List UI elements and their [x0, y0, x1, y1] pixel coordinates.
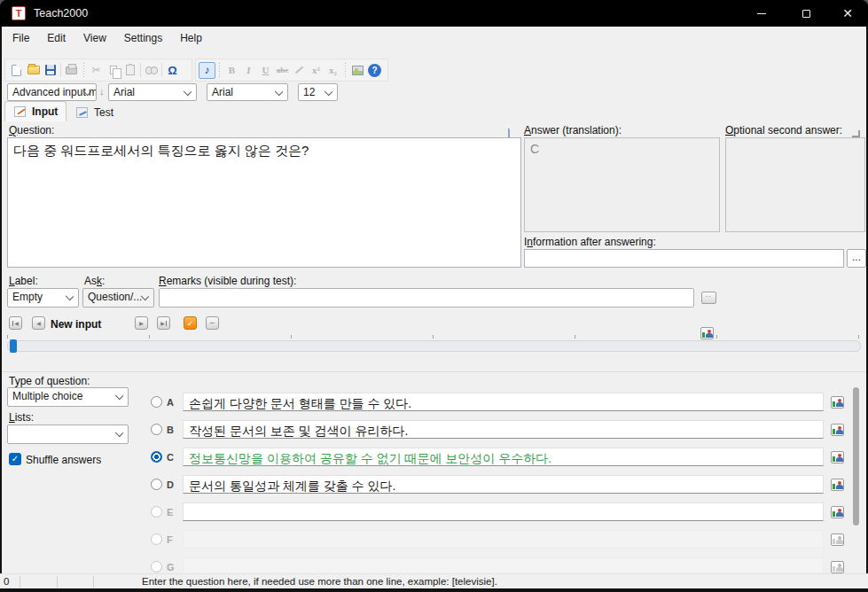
menu-help[interactable]: Help [171, 28, 211, 48]
new-file-icon [12, 65, 21, 76]
input-mode-select[interactable]: Advanced input m [7, 83, 97, 101]
insert-image-button[interactable] [349, 62, 366, 79]
nav-next-button[interactable]: ▶ [135, 316, 148, 330]
menu-view[interactable]: View [74, 28, 115, 48]
pen-icon [295, 66, 304, 74]
font-size-select[interactable]: 12 [298, 83, 338, 101]
panel-resize-icon[interactable] [852, 130, 860, 137]
nav-prev-button[interactable]: ◀ [32, 316, 45, 330]
print-button[interactable] [63, 62, 80, 79]
cut-button[interactable]: ✂ [88, 62, 105, 79]
question-textarea[interactable]: 다음 중 워드프로세서의 특징으로 옳지 않은 것은? [7, 137, 521, 268]
choice-c-radio[interactable] [151, 451, 162, 463]
choice-e-picture-button[interactable] [831, 506, 844, 518]
choices-scrollbar-thumb[interactable] [853, 387, 859, 526]
minimize-button[interactable] [741, 0, 782, 27]
menu-settings[interactable]: Settings [115, 28, 171, 48]
choice-g-picture-button [831, 561, 844, 573]
choice-d-radio[interactable] [151, 479, 162, 490]
question-label: Question: [9, 124, 54, 136]
help-button[interactable]: ? [366, 62, 383, 79]
info-after-answering-input[interactable] [524, 249, 844, 268]
ask-select[interactable]: Question/... [82, 288, 154, 308]
record-slider-handle[interactable] [10, 339, 17, 353]
special-characters-button[interactable]: Ω [164, 62, 181, 79]
label-select[interactable]: Empty [7, 288, 79, 308]
next-record-icon: ▶ [139, 320, 144, 326]
type-of-question-select[interactable]: Multiple choice [7, 387, 129, 407]
save-floppy-icon [45, 65, 56, 75]
nav-last-button[interactable]: ▶ [157, 316, 170, 330]
underline-button[interactable]: U [257, 62, 274, 79]
choice-e-radio[interactable] [151, 506, 162, 518]
italic-icon: I [246, 65, 250, 75]
question-font-select[interactable]: Arial [108, 83, 197, 101]
answer-label: Answer (translation): [524, 124, 622, 136]
choice-b-letter: B [167, 425, 179, 435]
strikethrough-button[interactable]: abc [274, 62, 291, 79]
answer-textarea[interactable]: C [524, 137, 720, 232]
label-label: Label: [9, 275, 38, 287]
record-slider-track[interactable] [7, 340, 861, 352]
choice-e-input[interactable] [183, 502, 824, 521]
menu-file[interactable]: File [4, 28, 38, 48]
copy-icon [110, 66, 117, 74]
status-divider [20, 576, 20, 588]
choice-b-input[interactable]: 작성된 문서의 보존 및 검색이 유리하다. [183, 420, 824, 439]
choice-f-picture-button [831, 534, 844, 546]
maximize-button[interactable] [786, 0, 826, 27]
copy-button[interactable] [105, 62, 121, 79]
toolbar-separator [161, 63, 162, 77]
choice-c-input[interactable]: 정보통신망을 이용하여 공유할 수 없기 때문에 보안성이 우수하다. [183, 448, 824, 466]
menu-edit[interactable]: Edit [38, 28, 74, 48]
prev-record-icon: ◀ [36, 320, 41, 326]
open-file-button[interactable] [25, 62, 42, 79]
choice-d-picture-button[interactable] [831, 479, 844, 491]
keyboard-icon[interactable]: ·· [701, 292, 716, 304]
new-file-button[interactable] [8, 62, 25, 79]
subscript-icon: x₂ [329, 65, 337, 75]
choice-g-radio[interactable] [151, 561, 162, 573]
choice-row-f: F [145, 526, 855, 553]
answer-font-select[interactable]: Arial [207, 83, 288, 101]
nav-first-button[interactable]: ◀ [9, 316, 22, 330]
tab-input[interactable]: Input [4, 101, 66, 121]
slider-tick-marks [7, 335, 861, 339]
superscript-button[interactable]: x² [308, 62, 325, 79]
choice-c-picture-button[interactable] [831, 451, 844, 463]
tab-test[interactable]: Test [67, 103, 126, 121]
choice-f-input [183, 530, 824, 549]
highlight-button[interactable] [291, 62, 308, 79]
last-record-icon: ▶ [160, 320, 165, 326]
delete-minus-icon: − [210, 320, 215, 327]
sound-button[interactable]: ♪ [199, 62, 215, 79]
maximize-icon [802, 10, 810, 18]
underline-icon: U [262, 65, 270, 75]
find-button[interactable] [143, 62, 160, 79]
bold-button[interactable]: B [223, 62, 240, 79]
save-button[interactable] [42, 62, 59, 79]
choice-b-picture-button[interactable] [831, 424, 844, 436]
choice-a-picture-button[interactable] [831, 396, 844, 409]
optional-answer-textarea[interactable] [725, 137, 865, 232]
info-after-answering-label: Information after answering: [524, 236, 656, 248]
choice-f-radio[interactable] [151, 534, 162, 545]
paste-icon [126, 65, 135, 75]
choice-b-radio[interactable] [151, 424, 162, 435]
nav-post-button[interactable]: ✓ [184, 316, 197, 330]
choice-a-radio[interactable] [151, 396, 162, 408]
paste-button[interactable] [121, 62, 138, 79]
choice-row-c: C 정보통신망을 이용하여 공유할 수 없기 때문에 보안성이 우수하다. [145, 443, 855, 471]
nav-delete-button[interactable]: − [206, 316, 219, 330]
lists-select[interactable] [7, 425, 129, 444]
toolbar-file: ✂ Ω [4, 58, 192, 82]
choice-a-input[interactable]: 손쉽게 다양한 문서 형태를 만들 수 있다. [183, 393, 824, 411]
italic-button[interactable]: I [240, 62, 257, 79]
choice-d-input[interactable]: 문서의 통일성과 체계를 갖출 수 있다. [183, 475, 824, 494]
remarks-input[interactable] [159, 288, 694, 308]
shuffle-answers-checkbox[interactable]: ✓ [9, 453, 21, 465]
optional-answer-label: Optional second answer: [725, 124, 842, 136]
subscript-button[interactable]: x₂ [325, 62, 341, 79]
close-button[interactable]: ✕ [827, 0, 868, 27]
info-more-button[interactable]: ... [847, 249, 866, 268]
